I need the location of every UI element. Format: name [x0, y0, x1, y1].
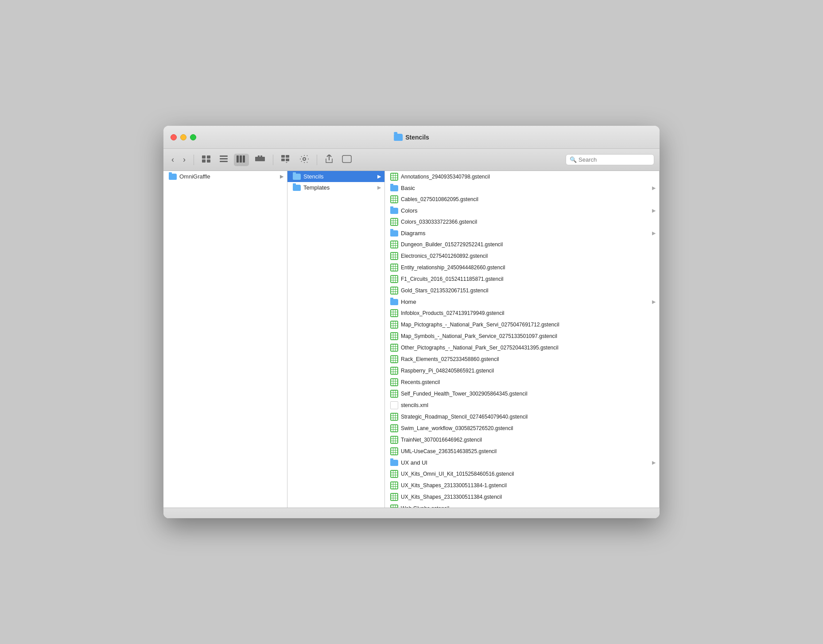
file-label-raspberry: Raspberry_Pi_0482405865921.gstencil: [401, 368, 494, 374]
right-pane-file-web_glyphs[interactable]: Web Glyphs.gstencil: [385, 503, 659, 508]
svg-rect-1: [207, 155, 210, 159]
right-pane-file-ux_kits_omni[interactable]: UX_Kits_Omni_UI_Kit_1015258460516.gstenc…: [385, 468, 659, 480]
file-label-ux_kits_shapes1: UX_Kits_Shapes_2313300511384-1.gstencil: [401, 482, 507, 489]
right-pane-file-trainnet[interactable]: TrainNet_3070016646962.gstencil: [385, 434, 659, 446]
folder-icon-ux_ui: [390, 460, 398, 466]
templates-chevron-icon: ▶: [377, 185, 381, 190]
toolbar-divider-1: [194, 155, 194, 165]
maximize-button[interactable]: [190, 134, 196, 140]
right-pane-folder-home[interactable]: Home ▶: [385, 296, 659, 307]
icon-view-button[interactable]: [199, 154, 214, 166]
right-pane-file-goldstars[interactable]: Gold_Stars_0213532067151.gstencil: [385, 285, 659, 296]
right-pane-file-colors_file[interactable]: Colors_0330333722366.gstencil: [385, 216, 659, 228]
close-button[interactable]: [171, 134, 177, 140]
right-pane-file-ux_kits_shapes1[interactable]: UX_Kits_Shapes_2313300511384-1.gstencil: [385, 480, 659, 491]
right-pane-folder-ux_ui[interactable]: UX and UI ▶: [385, 457, 659, 468]
file-label-annotations: Annotations_2940935340798.gstencil: [401, 174, 490, 180]
file-label-ux_kits_shapes2: UX_Kits_Shapes_2313300511384.gstencil: [401, 494, 502, 500]
share-button[interactable]: [322, 153, 336, 167]
file-label-electronics: Electronics_0275401260892.gstencil: [401, 253, 488, 259]
chevron-icon-ux_ui: ▶: [652, 460, 656, 466]
titlebar-center: Stencils: [394, 134, 429, 141]
right-pane-file-annotations[interactable]: Annotations_2940935340798.gstencil: [385, 171, 659, 182]
templates-label: Templates: [303, 184, 330, 191]
omnigraffle-label: OmniGraffle: [179, 173, 210, 180]
finder-window: Stencils ‹ ›: [163, 126, 660, 518]
settings-button[interactable]: [297, 153, 311, 167]
svg-rect-3: [207, 159, 210, 163]
right-pane-file-swimlane[interactable]: Swim_Lane_workflow_0305825726520.gstenci…: [385, 423, 659, 434]
gear-icon: [300, 155, 309, 165]
right-pane-folder-diagrams[interactable]: Diagrams ▶: [385, 228, 659, 239]
svg-rect-14: [286, 155, 289, 158]
right-pane-file-dungeon[interactable]: Dungeon_Builder_0152729252241.gstencil: [385, 239, 659, 250]
right-pane-file-electronics[interactable]: Electronics_0275401260892.gstencil: [385, 250, 659, 262]
right-pane-file-map_pictographs[interactable]: Map_Pictographs_-_National_Park_Servi_02…: [385, 319, 659, 330]
content-area: OmniGraffle ▶ Stencils ▶ Templates ▶: [163, 171, 660, 508]
right-pane: Annotations_2940935340798.gstencil Basic…: [385, 171, 660, 508]
sidebar-item-templates[interactable]: Templates ▶: [287, 182, 384, 193]
right-pane-file-selfFunded[interactable]: Self_Funded_Health_Tower_3002905864345.g…: [385, 388, 659, 400]
right-pane-file-recents[interactable]: Recents.gstencil: [385, 376, 659, 388]
list-view-button[interactable]: [217, 154, 230, 166]
titlebar: Stencils: [163, 126, 660, 149]
sidebar-item-stencils[interactable]: Stencils ▶: [287, 171, 384, 182]
svg-rect-9: [243, 155, 245, 163]
gstencil-icon-strategic: [390, 413, 398, 421]
gstencil-icon-other_pictographs: [390, 344, 398, 352]
chevron-icon-basic: ▶: [652, 185, 656, 191]
gstencil-icon-ux_kits_shapes2: [390, 493, 398, 501]
right-pane-folder-colors_folder[interactable]: Colors ▶: [385, 205, 659, 216]
sidebar-item-omnigraffle[interactable]: OmniGraffle ▶: [163, 171, 287, 182]
file-label-dungeon: Dungeon_Builder_0152729252241.gstencil: [401, 241, 503, 248]
gstencil-icon-selfFunded: [390, 390, 398, 398]
right-pane-file-cables[interactable]: Cables_0275010862095.gstencil: [385, 194, 659, 205]
file-label-f1: F1_Circuits_2016_0152411185871.gstencil: [401, 276, 504, 282]
right-pane-file-other_pictographs[interactable]: Other_Pictographs_-_National_Park_Ser_02…: [385, 342, 659, 353]
file-label-map_pictographs: Map_Pictographs_-_National_Park_Servi_02…: [401, 322, 559, 328]
arrange-button[interactable]: [279, 153, 294, 167]
bottom-bar: [163, 508, 660, 518]
right-pane-file-ux_kits_shapes2[interactable]: UX_Kits_Shapes_2313300511384.gstencil: [385, 491, 659, 503]
search-box: 🔍: [566, 154, 654, 165]
forward-button[interactable]: ›: [180, 153, 188, 166]
right-pane-file-strategic[interactable]: Strategic_Roadmap_Stencil_0274654079640.…: [385, 411, 659, 423]
gstencil-icon-recents: [390, 378, 398, 386]
folder-icon-home: [390, 299, 398, 305]
right-pane-file-infoblox[interactable]: Infoblox_Products_0274139179949.gstencil: [385, 307, 659, 319]
back-button[interactable]: ‹: [169, 153, 177, 166]
list-view-icon: [220, 155, 228, 164]
folder-icon-colors_folder: [390, 208, 398, 214]
minimize-button[interactable]: [180, 134, 186, 140]
titlebar-folder-icon: [394, 134, 403, 141]
svg-rect-4: [220, 155, 228, 157]
templates-folder-icon: [293, 185, 301, 191]
svg-rect-8: [240, 155, 242, 163]
file-label-ux_kits_omni: UX_Kits_Omni_UI_Kit_1015258460516.gstenc…: [401, 471, 514, 477]
gstencil-icon-map_pictographs: [390, 321, 398, 329]
file-label-strategic: Strategic_Roadmap_Stencil_0274654079640.…: [401, 414, 528, 420]
right-pane-file-f1[interactable]: F1_Circuits_2016_0152411185871.gstencil: [385, 273, 659, 285]
right-pane-file-entity[interactable]: Entity_relationship_2450944482660.gstenc…: [385, 262, 659, 273]
tag-button[interactable]: [339, 153, 354, 167]
right-pane-file-rack[interactable]: Rack_Elements_0275233458860.gstencil: [385, 353, 659, 365]
right-pane-file-uml[interactable]: UML-UseCase_2363514638525.gstencil: [385, 446, 659, 457]
gstencil-icon-goldstars: [390, 287, 398, 295]
right-pane-file-map_symbols[interactable]: Map_Symbols_-_National_Park_Service_0275…: [385, 330, 659, 342]
svg-rect-10: [255, 157, 265, 161]
xml-icon-stencils_xml: [390, 401, 398, 409]
chevron-right-icon: ▶: [280, 174, 283, 179]
svg-rect-19: [342, 155, 351, 163]
share-icon: [325, 155, 333, 165]
column-view-button[interactable]: [234, 154, 249, 166]
file-label-web_glyphs: Web Glyphs.gstencil: [401, 505, 449, 508]
gstencil-icon-uml: [390, 447, 398, 455]
right-pane-folder-basic[interactable]: Basic ▶: [385, 182, 659, 194]
right-pane-xml-stencils_xml[interactable]: stencils.xml: [385, 400, 659, 411]
right-pane-file-raspberry[interactable]: Raspberry_Pi_0482405865921.gstencil: [385, 365, 659, 376]
gallery-view-button[interactable]: [252, 154, 268, 166]
search-input[interactable]: [578, 156, 650, 163]
gstencil-icon-cables: [390, 195, 398, 203]
svg-point-18: [303, 158, 306, 160]
gstencil-icon-colors_file: [390, 218, 398, 226]
